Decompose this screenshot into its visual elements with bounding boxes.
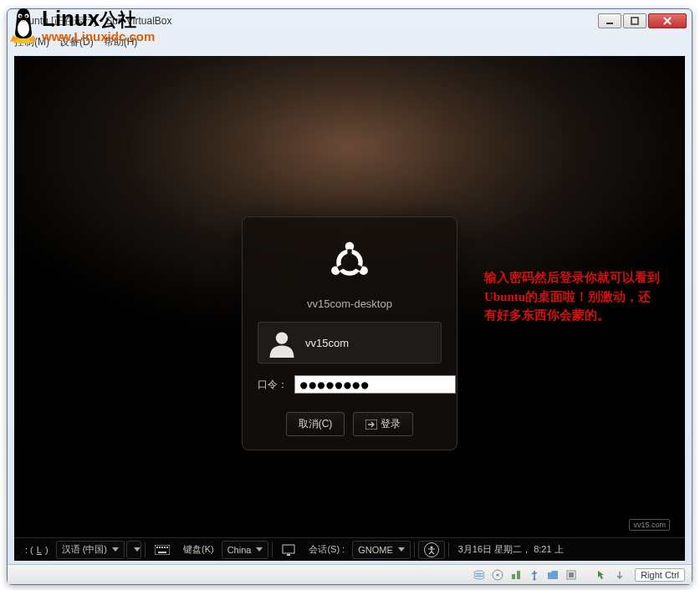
svg-rect-14 xyxy=(161,547,163,548)
language-dropdown[interactable] xyxy=(126,541,141,559)
svg-point-19 xyxy=(430,546,432,548)
password-row: 口令： xyxy=(258,375,442,394)
cancel-button[interactable]: 取消(C) xyxy=(286,412,345,436)
svg-rect-25 xyxy=(512,574,515,579)
window-controls xyxy=(598,13,687,28)
session-selector[interactable]: GNOME xyxy=(352,541,411,559)
dialog-buttons: 取消(C) 登录 xyxy=(258,412,442,436)
language-selector[interactable]: 汉语 (中国) xyxy=(56,541,125,559)
svg-rect-0 xyxy=(606,23,613,24)
keyboard-layout-selector[interactable]: China xyxy=(222,541,269,559)
maximize-button[interactable] xyxy=(623,13,646,28)
virtualbox-window: Ubuntu [正在运行] - Sun VirtualBox 控制(M) 设备(… xyxy=(7,8,692,585)
password-input[interactable] xyxy=(294,375,456,394)
virtualbox-status-bar: Right Ctrl xyxy=(8,564,692,584)
session-label: 会话(S) : xyxy=(303,541,350,559)
svg-point-27 xyxy=(534,577,536,580)
svg-rect-18 xyxy=(283,545,294,553)
clock-label: 3月16日 星期二， 8:21 上 xyxy=(452,541,570,559)
usb-icon[interactable] xyxy=(528,568,541,582)
svg-rect-17 xyxy=(158,552,166,553)
mouse-integration-icon[interactable] xyxy=(595,568,608,582)
menu-devices[interactable]: 设备(D) xyxy=(59,35,94,49)
accessibility-button[interactable] xyxy=(418,541,445,559)
svg-rect-29 xyxy=(569,572,574,577)
annotation-text: 输入密码然后登录你就可以看到Ubuntu的桌面啦！别激动，还有好多东西你会蒙的。 xyxy=(484,268,660,325)
user-avatar-icon xyxy=(267,328,297,358)
hostkey-arrow-icon xyxy=(613,568,626,582)
login-arrow-icon xyxy=(365,420,377,430)
svg-rect-15 xyxy=(164,547,166,548)
ubuntu-logo-icon xyxy=(326,239,373,286)
username-label: vv15com xyxy=(305,337,349,349)
session-icon xyxy=(276,541,301,559)
svg-rect-11 xyxy=(155,545,170,555)
gdm-bottom-panel: : (L) 汉语 (中国) 键盘(K) China 会话(S) : GNOME xyxy=(14,537,685,561)
cd-icon[interactable] xyxy=(491,568,504,582)
close-button[interactable] xyxy=(648,13,687,28)
hdd-icon[interactable] xyxy=(473,568,486,582)
svg-rect-13 xyxy=(159,547,161,548)
window-title: Ubuntu [正在运行] - Sun VirtualBox xyxy=(13,14,598,28)
accessibility-icon xyxy=(424,542,439,557)
window-titlebar: Ubuntu [正在运行] - Sun VirtualBox xyxy=(8,9,692,33)
corner-watermark: vv15.com xyxy=(629,519,670,531)
net-icon[interactable] xyxy=(509,568,523,582)
menu-help[interactable]: 帮助(H) xyxy=(104,35,138,49)
svg-rect-26 xyxy=(517,571,520,579)
svg-rect-12 xyxy=(156,547,158,548)
menu-control[interactable]: 控制(M) xyxy=(14,35,49,49)
svg-point-9 xyxy=(276,332,288,343)
vrdp-icon[interactable] xyxy=(565,568,578,582)
hostkey-label: Right Ctrl xyxy=(635,568,685,582)
user-selector[interactable]: vv15com xyxy=(258,322,442,364)
svg-rect-16 xyxy=(166,547,168,548)
minimize-button[interactable] xyxy=(598,13,621,28)
keyboard-label: 键盘(K) xyxy=(177,541,220,559)
svg-rect-1 xyxy=(631,18,638,24)
menu-bar: 控制(M) 设备(D) 帮助(H) xyxy=(8,33,692,51)
guest-display: vv15com-desktop vv15com 口令： 取消(C) 登录 xyxy=(14,56,685,561)
password-label: 口令： xyxy=(258,378,288,392)
svg-rect-6 xyxy=(347,249,351,255)
svg-point-24 xyxy=(497,573,499,576)
login-button[interactable]: 登录 xyxy=(353,412,413,436)
keyboard-icon xyxy=(149,541,176,559)
gdm-login-dialog: vv15com-desktop vv15com 口令： 取消(C) 登录 xyxy=(242,216,457,450)
shared-folder-icon[interactable] xyxy=(546,568,559,582)
panel-lang-key: : (L) xyxy=(19,541,54,559)
hostname-label: vv15com-desktop xyxy=(258,298,442,310)
